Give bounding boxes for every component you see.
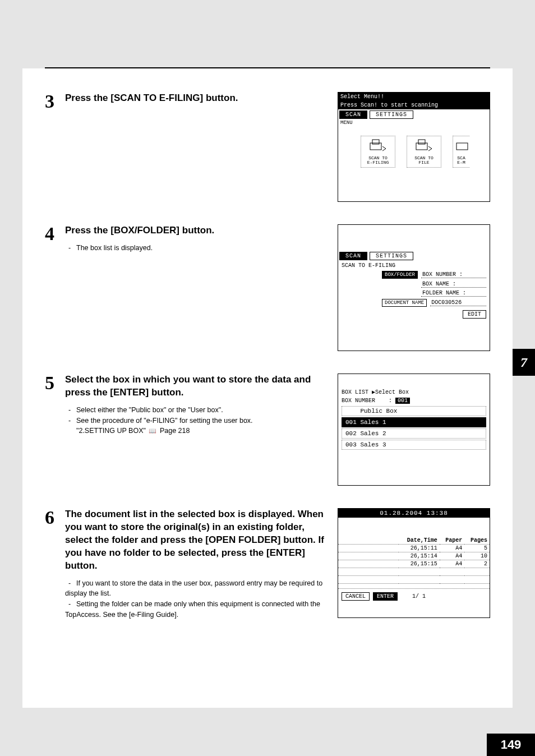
- box-number-row: BOX NUMBER : 001: [338, 397, 490, 405]
- screen-subtitle: SCAN TO E-FILING: [338, 261, 490, 270]
- svg-rect-4: [456, 143, 468, 150]
- step-3: 3 Press the [SCAN TO E-FILING] button. S…: [45, 92, 490, 202]
- datetime-bar: 01.28.2004 13:38: [338, 509, 490, 518]
- col-date: Date,Time: [399, 537, 440, 545]
- screen-line1: Select Menu!!: [338, 93, 490, 101]
- box-folder-button[interactable]: BOX/FOLDER: [382, 271, 418, 279]
- box-public[interactable]: Public Box: [342, 406, 486, 416]
- menu-label: MENU: [338, 120, 490, 126]
- scan-to-file-button[interactable]: SCAN TO FILE: [407, 136, 441, 168]
- step-number: 6: [45, 508, 65, 620]
- page-indicator: 1/ 1: [412, 593, 426, 600]
- step-note-ref: "2.SETTING UP BOX" Page 218: [76, 426, 324, 436]
- screenshot-box-list: BOX LIST ▶Select Box BOX NUMBER : 001 Pu…: [338, 374, 490, 486]
- screenshot-document-list: 01.28.2004 13:38 Date,Time Paper Pages 2…: [338, 508, 490, 618]
- tab-scan[interactable]: SCAN: [339, 110, 367, 119]
- box-name-field: BOX NAME :: [421, 281, 486, 288]
- step-note: The box list is displayed.: [65, 243, 324, 253]
- folder-name-field: FOLDER NAME :: [421, 290, 486, 297]
- box-item-002[interactable]: 002 Sales 2: [342, 428, 486, 439]
- step-6: 6 The document list in the selected box …: [45, 508, 490, 620]
- cancel-button[interactable]: CANCEL: [342, 592, 370, 601]
- step-number: 5: [45, 374, 65, 436]
- document-name-button[interactable]: DOCUMENT NAME: [382, 299, 427, 307]
- step-title: Press the [SCAN TO E-FILING] button.: [65, 92, 324, 105]
- step-note: See the procedure of "e-FILING" for sett…: [65, 416, 324, 426]
- step-4: 4 Press the [BOX/FOLDER] button. The box…: [45, 224, 490, 351]
- screen-line2: Press Scan! to start scanning: [338, 101, 490, 109]
- printer-icon: [414, 139, 434, 153]
- step-title: Press the [BOX/FOLDER] button.: [65, 224, 324, 237]
- tab-settings[interactable]: SETTINGS: [370, 110, 413, 119]
- printer-icon: [454, 139, 474, 153]
- box-item-003[interactable]: 003 Sales 3: [342, 440, 486, 450]
- scan-to-email-button-cut[interactable]: SCA E-M: [453, 136, 469, 168]
- col-paper: Paper: [440, 537, 465, 545]
- document-name-value: DOC030526: [430, 299, 486, 306]
- tab-settings[interactable]: SETTINGS: [370, 252, 413, 260]
- box-list-header: BOX LIST ▶Select Box: [338, 374, 490, 397]
- step-number: 4: [45, 224, 65, 253]
- step-note: Select either the "Public box" or the "U…: [65, 405, 324, 416]
- chapter-tab: 7: [513, 349, 535, 376]
- scan-to-efiling-button[interactable]: SCAN TO E-FILING: [361, 136, 395, 168]
- box-item-001[interactable]: 001 Sales 1: [342, 417, 486, 427]
- tab-scan[interactable]: SCAN: [339, 252, 367, 260]
- table-row[interactable]: 26,15:11A45: [338, 545, 490, 552]
- screenshot-scan-menu: Select Menu!! Press Scan! to start scann…: [338, 92, 490, 202]
- step-note: If you want to store the data in the use…: [65, 578, 324, 600]
- col-pages: Pages: [464, 537, 490, 545]
- edit-button[interactable]: EDIT: [463, 310, 486, 319]
- step-note: Setting the folder can be made only when…: [65, 599, 324, 620]
- printer-icon: [368, 139, 388, 153]
- table-row[interactable]: 26,15:15A42: [338, 560, 490, 568]
- step-5: 5 Select the box in which you want to st…: [45, 374, 490, 486]
- step-title: The document list in the selected box is…: [65, 508, 324, 573]
- box-number-field: BOX NUMBER :: [421, 271, 486, 278]
- book-icon: [147, 427, 158, 435]
- table-row[interactable]: 26,15:14A410: [338, 552, 490, 560]
- enter-button[interactable]: ENTER: [373, 592, 398, 601]
- document-table: Date,Time Paper Pages 26,15:11A45 26,15:…: [338, 537, 490, 584]
- screenshot-box-folder: SCAN SETTINGS SCAN TO E-FILING BOX/FOLDE…: [338, 224, 490, 351]
- step-number: 3: [45, 92, 65, 111]
- svg-rect-3: [418, 140, 425, 144]
- page-content: 3 Press the [SCAN TO E-FILING] button. S…: [22, 68, 513, 708]
- svg-rect-1: [372, 140, 379, 144]
- step-title: Select the box in which you want to stor…: [65, 374, 324, 399]
- page-number: 149: [487, 734, 535, 756]
